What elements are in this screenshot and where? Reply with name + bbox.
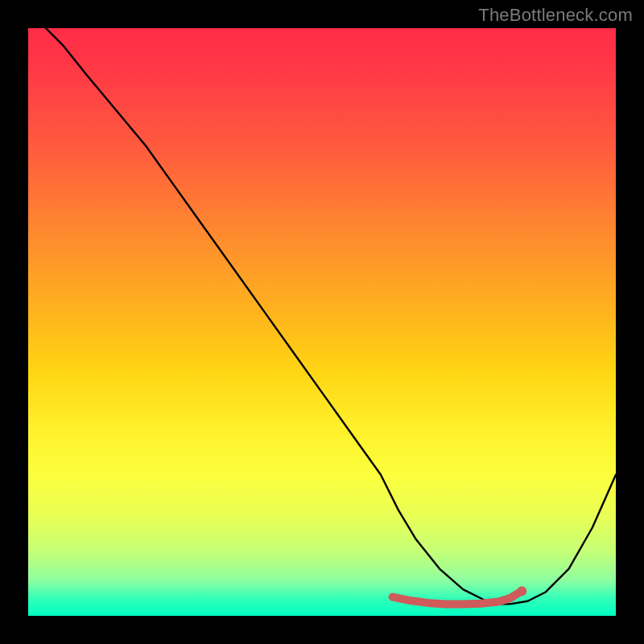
watermark-text: TheBottleneck.com [478, 5, 633, 26]
plot-area [28, 28, 616, 616]
highlight-band [393, 591, 522, 604]
chart-stage: TheBottleneck.com [0, 0, 644, 644]
main-curve [46, 28, 616, 604]
curve-svg [28, 28, 616, 616]
highlight-end-dot [517, 586, 526, 596]
